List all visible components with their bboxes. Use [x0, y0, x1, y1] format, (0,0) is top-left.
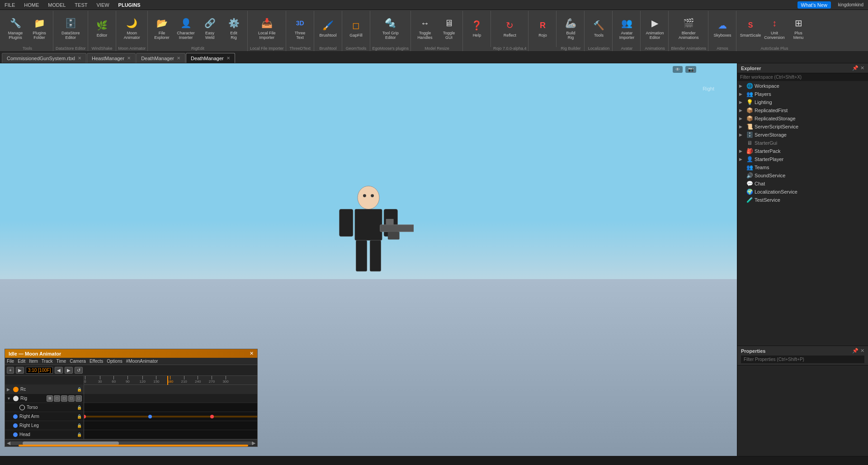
- ma-track-rig[interactable]: ▼ Rig ⊞ □ □ □ □: [5, 394, 84, 403]
- keyframe-right-arm-end[interactable]: [210, 415, 214, 418]
- rojo-button[interactable]: R Rojo: [531, 12, 554, 44]
- tab-heast-close[interactable]: ✕: [127, 56, 131, 61]
- localization-tools-button[interactable]: 🔨 Tools: [587, 12, 610, 44]
- help-button[interactable]: ❓ Help: [465, 12, 489, 44]
- explorer-pin[interactable]: 📌: [852, 65, 859, 71]
- tree-sound-service[interactable]: ▶ 🔊 SoundService: [737, 171, 868, 180]
- explorer-filter-input[interactable]: [737, 73, 868, 81]
- ma-loop-button[interactable]: ↺: [75, 367, 83, 374]
- keyframe-right-arm-0[interactable]: [84, 415, 86, 418]
- build-rig-button[interactable]: 🦾 BuildRig: [559, 12, 582, 44]
- ma-scroll-right[interactable]: ▶: [252, 440, 255, 446]
- tab-death1-close[interactable]: ✕: [177, 56, 180, 61]
- viewport-view-btn[interactable]: 👁: [673, 66, 683, 73]
- torso-lock[interactable]: 🔒: [77, 405, 82, 410]
- three-d-text-button[interactable]: 3D ThreeText: [288, 12, 312, 44]
- timeline-rc-row[interactable]: [84, 385, 257, 394]
- ma-track-rc[interactable]: ▶ Rc 🔒: [5, 385, 84, 394]
- tab-heast[interactable]: HeastManager ✕: [87, 53, 136, 63]
- timeline-right-leg-row[interactable]: [84, 421, 257, 430]
- toggle-handles-button[interactable]: ↔ ToggleHandles: [413, 12, 437, 44]
- ma-close-button[interactable]: ✕: [250, 351, 254, 356]
- plus-menu-button[interactable]: ⊞ PlusMenu: [787, 12, 810, 44]
- brushtool-button[interactable]: 🖌️ Brushtool: [316, 12, 340, 44]
- properties-close[interactable]: ✕: [860, 348, 864, 354]
- toggle-gui-button[interactable]: 🖥 ToggleGUI: [437, 12, 461, 44]
- tab-death2[interactable]: DeathManager ✕: [186, 53, 235, 63]
- keyframe-right-arm-mid[interactable]: [148, 415, 152, 418]
- tree-replicated-storage[interactable]: ▶ 📦 ReplicatedStorage: [737, 114, 868, 123]
- tree-server-script-service[interactable]: ▶ 📜 ServerScriptService: [737, 123, 868, 131]
- tree-localization-service[interactable]: ▶ 🌍 LocalizationService: [737, 188, 868, 196]
- timeline-right-arm-row[interactable]: [84, 412, 257, 421]
- local-file-importer-button[interactable]: 📥 Local FileImporter: [255, 12, 278, 44]
- rig-btn-1[interactable]: ⊞: [47, 395, 53, 402]
- ma-menu-camera[interactable]: Camera: [70, 359, 86, 364]
- manage-plugins-button[interactable]: 🔧 ManagePlugins: [4, 12, 27, 44]
- smartscale-button[interactable]: S SmartScale: [739, 12, 762, 44]
- tab-death2-close[interactable]: ✕: [226, 56, 230, 61]
- tree-test-service[interactable]: ▶ 🧪 TestService: [737, 196, 868, 204]
- ma-menu-moonanimator[interactable]: #MoonAnimator: [126, 359, 158, 364]
- gapfill-button[interactable]: ◻ GapFill: [344, 12, 368, 44]
- easy-weld-button[interactable]: 🔗 EasyWeld: [198, 12, 222, 44]
- edit-rig-button[interactable]: ⚙️ EditRig: [222, 12, 245, 44]
- tree-starter-gui[interactable]: ▶ 🖥 StarterGui: [737, 139, 868, 147]
- ma-menu-edit[interactable]: Edit: [18, 359, 25, 364]
- menu-test[interactable]: TEST: [73, 1, 89, 9]
- whats-new-btn[interactable]: What's New: [797, 1, 831, 9]
- moon-animator-button[interactable]: 🌙 MoonAnimator: [120, 12, 144, 44]
- ma-track-right-leg[interactable]: Right Leg 🔒: [5, 421, 84, 430]
- viewport-camera-btn[interactable]: 📷: [685, 66, 696, 73]
- right-arm-lock[interactable]: 🔒: [77, 414, 82, 419]
- avatar-importer-button[interactable]: 👥 AvatarImporter: [615, 12, 638, 44]
- tree-starter-pack[interactable]: ▶ 🎒 StarterPack: [737, 147, 868, 155]
- datastore-editor-button[interactable]: 🗄️ DataStoreEditor: [59, 12, 82, 44]
- ma-add-button[interactable]: +: [7, 367, 14, 374]
- ma-scroll-left[interactable]: ◀: [7, 440, 10, 446]
- timeline-rig-row[interactable]: [84, 394, 257, 403]
- ma-scrollbar[interactable]: ◀ ▶: [5, 439, 257, 446]
- file-explorer-button[interactable]: 📂 FileExplorer: [150, 12, 174, 44]
- character-inserter-button[interactable]: 👤 CharacterInserter: [174, 12, 198, 44]
- tree-starter-player[interactable]: ▶ 👤 StarterPlayer: [737, 155, 868, 163]
- viewport[interactable]: 👁 📷 Right: [0, 63, 737, 456]
- rc-lock[interactable]: 🔒: [77, 387, 82, 392]
- tool-grip-editor-button[interactable]: 🔩 Tool GripEditor: [379, 12, 402, 44]
- rig-btn-3[interactable]: □: [61, 395, 67, 402]
- ma-menu-options[interactable]: Options: [107, 359, 122, 364]
- timeline-torso-row[interactable]: [84, 403, 257, 412]
- rig-btn-4[interactable]: □: [68, 395, 75, 402]
- editor-button[interactable]: 🌿 Editor: [90, 12, 114, 44]
- ma-menu-file[interactable]: File: [7, 359, 14, 364]
- explorer-close[interactable]: ✕: [860, 65, 864, 71]
- tree-replicated-first[interactable]: ▶ 📦 ReplicatedFirst: [737, 106, 868, 114]
- ma-play-button[interactable]: ▶: [16, 367, 24, 374]
- ma-prev-frame[interactable]: ◀: [55, 367, 63, 374]
- ma-title-bar[interactable]: Idle — Moon Animator ✕: [5, 349, 257, 358]
- properties-pin[interactable]: 📌: [852, 348, 859, 354]
- menu-plugins[interactable]: PLUGINS: [117, 1, 142, 9]
- ma-track-head[interactable]: Head 🔒: [5, 430, 84, 439]
- tab-death1[interactable]: DeathManager ✕: [136, 53, 185, 63]
- tab-gun-close[interactable]: ✕: [78, 56, 81, 61]
- blender-animations-button[interactable]: 🎬 BlenderAnimations: [677, 12, 700, 44]
- reflect-button[interactable]: ↻ Reflect: [498, 12, 522, 44]
- tree-lighting[interactable]: ▶ 💡 Lighting: [737, 98, 868, 106]
- ma-track-right-arm[interactable]: Right Arm 🔒: [5, 412, 84, 421]
- menu-model[interactable]: MODEL: [46, 1, 67, 9]
- animation-editor-button[interactable]: ▶ AnimationEditor: [643, 12, 666, 44]
- ma-menu-item[interactable]: Item: [29, 359, 38, 364]
- unit-conversion-button[interactable]: ↕ UnitConversion: [763, 12, 786, 44]
- rig-btn-2[interactable]: □: [54, 395, 60, 402]
- timeline-head-row[interactable]: [84, 430, 257, 439]
- tree-teams[interactable]: ▶ 👥 Teams: [737, 163, 868, 171]
- properties-filter-input[interactable]: [741, 356, 864, 363]
- tree-server-storage[interactable]: ▶ 🗄️ ServerStorage: [737, 131, 868, 139]
- tree-workspace[interactable]: ▶ 🌐 Workspace: [737, 82, 868, 90]
- ma-track-torso[interactable]: Torso 🔒: [5, 403, 84, 412]
- tree-players[interactable]: ▶ 👥 Players: [737, 90, 868, 98]
- plugins-folder-button[interactable]: 📁 PluginsFolder: [28, 12, 51, 44]
- right-leg-lock[interactable]: 🔒: [77, 423, 82, 428]
- ma-menu-effects[interactable]: Effects: [90, 359, 103, 364]
